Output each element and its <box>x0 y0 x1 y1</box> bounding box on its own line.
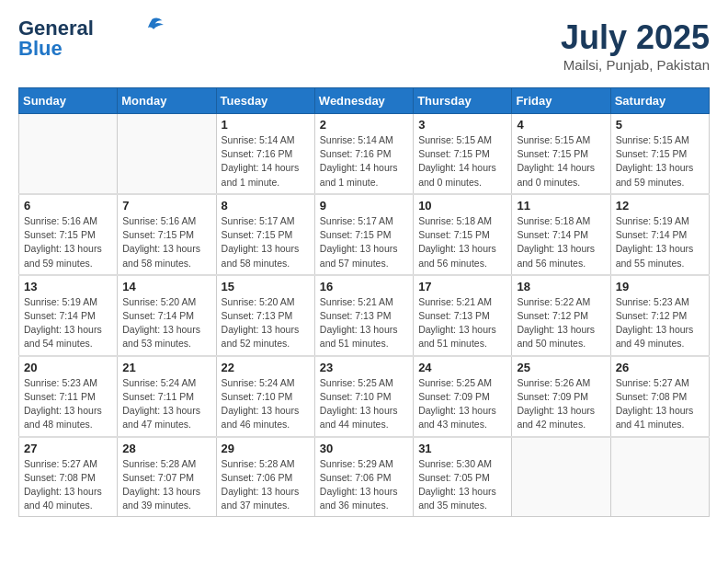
day-info: Sunrise: 5:17 AM Sunset: 7:15 PM Dayligh… <box>222 214 310 270</box>
weekday-header-friday: Friday <box>512 88 610 114</box>
calendar-cell: 25Sunrise: 5:26 AM Sunset: 7:09 PM Dayli… <box>512 356 610 437</box>
day-info: Sunrise: 5:25 AM Sunset: 7:09 PM Dayligh… <box>418 376 506 432</box>
day-info: Sunrise: 5:20 AM Sunset: 7:14 PM Dayligh… <box>122 295 210 351</box>
calendar-cell: 12Sunrise: 5:19 AM Sunset: 7:14 PM Dayli… <box>610 194 709 275</box>
day-number: 20 <box>24 361 112 374</box>
day-info: Sunrise: 5:28 AM Sunset: 7:06 PM Dayligh… <box>222 457 310 513</box>
day-number: 23 <box>320 361 408 374</box>
calendar-cell <box>610 437 709 517</box>
calendar-cell: 30Sunrise: 5:29 AM Sunset: 7:06 PM Dayli… <box>314 437 413 517</box>
title-area: July 2025 Mailsi, Punjab, Pakistan <box>561 18 710 73</box>
calendar-cell: 3Sunrise: 5:15 AM Sunset: 7:15 PM Daylig… <box>414 114 512 194</box>
day-number: 9 <box>320 199 408 213</box>
calendar-week-row: 6Sunrise: 5:16 AM Sunset: 7:15 PM Daylig… <box>19 194 710 275</box>
weekday-header-monday: Monday <box>118 88 216 114</box>
day-number: 6 <box>24 199 112 213</box>
day-number: 29 <box>222 442 310 455</box>
calendar-cell: 26Sunrise: 5:27 AM Sunset: 7:08 PM Dayli… <box>610 356 709 437</box>
day-info: Sunrise: 5:28 AM Sunset: 7:07 PM Dayligh… <box>122 457 210 513</box>
day-number: 14 <box>122 280 210 293</box>
day-number: 27 <box>24 442 112 455</box>
day-number: 2 <box>320 118 408 132</box>
day-info: Sunrise: 5:21 AM Sunset: 7:13 PM Dayligh… <box>320 295 408 351</box>
calendar-cell: 29Sunrise: 5:28 AM Sunset: 7:06 PM Dayli… <box>216 437 314 517</box>
day-number: 3 <box>418 118 506 132</box>
day-number: 22 <box>222 361 310 374</box>
month-title: July 2025 <box>561 18 710 57</box>
day-info: Sunrise: 5:20 AM Sunset: 7:13 PM Dayligh… <box>222 295 310 351</box>
calendar-week-row: 1Sunrise: 5:14 AM Sunset: 7:16 PM Daylig… <box>19 114 710 194</box>
calendar-cell: 23Sunrise: 5:25 AM Sunset: 7:10 PM Dayli… <box>314 356 413 437</box>
calendar-cell <box>512 437 610 517</box>
day-number: 1 <box>222 118 310 132</box>
calendar-cell: 10Sunrise: 5:18 AM Sunset: 7:15 PM Dayli… <box>414 194 512 275</box>
calendar-cell: 6Sunrise: 5:16 AM Sunset: 7:15 PM Daylig… <box>19 194 118 275</box>
day-info: Sunrise: 5:27 AM Sunset: 7:08 PM Dayligh… <box>24 457 112 513</box>
calendar-cell <box>19 114 118 194</box>
calendar-cell: 22Sunrise: 5:24 AM Sunset: 7:10 PM Dayli… <box>216 356 314 437</box>
day-number: 15 <box>222 280 310 293</box>
day-number: 24 <box>418 361 506 374</box>
calendar-cell: 13Sunrise: 5:19 AM Sunset: 7:14 PM Dayli… <box>19 275 118 356</box>
calendar-cell: 1Sunrise: 5:14 AM Sunset: 7:16 PM Daylig… <box>216 114 314 194</box>
day-info: Sunrise: 5:21 AM Sunset: 7:13 PM Dayligh… <box>418 295 506 351</box>
day-number: 4 <box>517 118 605 132</box>
day-info: Sunrise: 5:23 AM Sunset: 7:11 PM Dayligh… <box>24 376 112 432</box>
calendar-cell: 11Sunrise: 5:18 AM Sunset: 7:14 PM Dayli… <box>512 194 610 275</box>
calendar-cell: 8Sunrise: 5:17 AM Sunset: 7:15 PM Daylig… <box>216 194 314 275</box>
day-number: 31 <box>418 442 506 455</box>
day-info: Sunrise: 5:19 AM Sunset: 7:14 PM Dayligh… <box>24 295 112 351</box>
calendar-cell: 4Sunrise: 5:15 AM Sunset: 7:15 PM Daylig… <box>512 114 610 194</box>
day-number: 10 <box>418 199 506 213</box>
calendar-cell: 17Sunrise: 5:21 AM Sunset: 7:13 PM Dayli… <box>414 275 512 356</box>
calendar-week-row: 13Sunrise: 5:19 AM Sunset: 7:14 PM Dayli… <box>19 275 710 356</box>
calendar-cell <box>118 114 216 194</box>
day-info: Sunrise: 5:18 AM Sunset: 7:14 PM Dayligh… <box>517 214 605 270</box>
weekday-header-tuesday: Tuesday <box>216 88 314 114</box>
day-number: 7 <box>122 199 210 213</box>
day-info: Sunrise: 5:14 AM Sunset: 7:16 PM Dayligh… <box>222 133 310 190</box>
day-info: Sunrise: 5:23 AM Sunset: 7:12 PM Dayligh… <box>616 295 704 351</box>
day-info: Sunrise: 5:15 AM Sunset: 7:15 PM Dayligh… <box>517 133 605 190</box>
logo: General Blue <box>18 18 164 59</box>
calendar-cell: 16Sunrise: 5:21 AM Sunset: 7:13 PM Dayli… <box>314 275 413 356</box>
calendar-week-row: 20Sunrise: 5:23 AM Sunset: 7:11 PM Dayli… <box>19 356 710 437</box>
day-info: Sunrise: 5:30 AM Sunset: 7:05 PM Dayligh… <box>418 457 506 513</box>
logo-text: General <box>18 18 94 39</box>
day-info: Sunrise: 5:17 AM Sunset: 7:15 PM Dayligh… <box>320 214 408 270</box>
location-text: Mailsi, Punjab, Pakistan <box>561 57 710 73</box>
calendar-cell: 15Sunrise: 5:20 AM Sunset: 7:13 PM Dayli… <box>216 275 314 356</box>
day-number: 18 <box>517 280 605 293</box>
calendar-cell: 18Sunrise: 5:22 AM Sunset: 7:12 PM Dayli… <box>512 275 610 356</box>
day-number: 8 <box>222 199 310 213</box>
day-info: Sunrise: 5:25 AM Sunset: 7:10 PM Dayligh… <box>320 376 408 432</box>
day-number: 17 <box>418 280 506 293</box>
calendar-cell: 31Sunrise: 5:30 AM Sunset: 7:05 PM Dayli… <box>414 437 512 517</box>
weekday-header-wednesday: Wednesday <box>314 88 413 114</box>
day-info: Sunrise: 5:27 AM Sunset: 7:08 PM Dayligh… <box>616 376 704 432</box>
day-number: 25 <box>517 361 605 374</box>
day-number: 5 <box>616 118 704 132</box>
calendar-table: SundayMondayTuesdayWednesdayThursdayFrid… <box>18 87 710 517</box>
header: General Blue July 2025 Mailsi, Punjab, P… <box>18 18 710 73</box>
day-info: Sunrise: 5:29 AM Sunset: 7:06 PM Dayligh… <box>320 457 408 513</box>
day-number: 13 <box>24 280 112 293</box>
logo-bird-icon <box>138 16 164 34</box>
day-info: Sunrise: 5:16 AM Sunset: 7:15 PM Dayligh… <box>122 214 210 270</box>
day-info: Sunrise: 5:18 AM Sunset: 7:15 PM Dayligh… <box>418 214 506 270</box>
day-info: Sunrise: 5:15 AM Sunset: 7:15 PM Dayligh… <box>418 133 506 190</box>
day-info: Sunrise: 5:19 AM Sunset: 7:14 PM Dayligh… <box>616 214 704 270</box>
calendar-cell: 20Sunrise: 5:23 AM Sunset: 7:11 PM Dayli… <box>19 356 118 437</box>
calendar-cell: 5Sunrise: 5:15 AM Sunset: 7:15 PM Daylig… <box>610 114 709 194</box>
calendar-cell: 24Sunrise: 5:25 AM Sunset: 7:09 PM Dayli… <box>414 356 512 437</box>
day-info: Sunrise: 5:22 AM Sunset: 7:12 PM Dayligh… <box>517 295 605 351</box>
calendar-cell: 9Sunrise: 5:17 AM Sunset: 7:15 PM Daylig… <box>314 194 413 275</box>
calendar-cell: 27Sunrise: 5:27 AM Sunset: 7:08 PM Dayli… <box>19 437 118 517</box>
calendar-cell: 21Sunrise: 5:24 AM Sunset: 7:11 PM Dayli… <box>118 356 216 437</box>
calendar-cell: 19Sunrise: 5:23 AM Sunset: 7:12 PM Dayli… <box>610 275 709 356</box>
day-info: Sunrise: 5:16 AM Sunset: 7:15 PM Dayligh… <box>24 214 112 270</box>
calendar-week-row: 27Sunrise: 5:27 AM Sunset: 7:08 PM Dayli… <box>19 437 710 517</box>
day-number: 16 <box>320 280 408 293</box>
calendar-cell: 2Sunrise: 5:14 AM Sunset: 7:16 PM Daylig… <box>314 114 413 194</box>
calendar-cell: 14Sunrise: 5:20 AM Sunset: 7:14 PM Dayli… <box>118 275 216 356</box>
